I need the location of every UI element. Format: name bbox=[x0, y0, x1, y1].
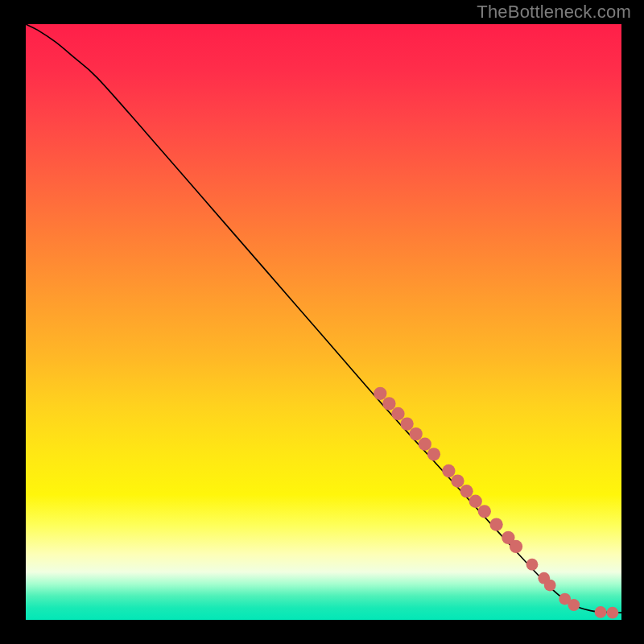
plot-area bbox=[26, 24, 621, 620]
data-markers bbox=[374, 387, 618, 619]
data-marker bbox=[451, 474, 464, 487]
data-marker bbox=[607, 607, 619, 619]
data-marker bbox=[510, 540, 522, 553]
data-marker bbox=[374, 387, 386, 400]
data-marker bbox=[526, 559, 539, 571]
data-marker bbox=[410, 427, 423, 440]
data-marker bbox=[469, 495, 482, 508]
data-marker bbox=[391, 407, 404, 420]
data-marker bbox=[382, 397, 395, 410]
data-marker bbox=[460, 485, 473, 497]
curve-layer bbox=[26, 24, 621, 620]
data-marker bbox=[400, 417, 413, 430]
watermark-text: TheBottleneck.com bbox=[477, 2, 631, 23]
data-marker bbox=[419, 438, 431, 451]
data-marker bbox=[478, 505, 491, 518]
data-marker bbox=[427, 448, 440, 460]
data-marker bbox=[442, 464, 455, 477]
chart-stage: TheBottleneck.com bbox=[0, 0, 644, 644]
data-marker bbox=[489, 518, 502, 530]
data-marker bbox=[595, 606, 607, 618]
data-marker bbox=[544, 580, 556, 592]
data-marker bbox=[568, 599, 580, 611]
bottleneck-curve bbox=[26, 24, 621, 613]
